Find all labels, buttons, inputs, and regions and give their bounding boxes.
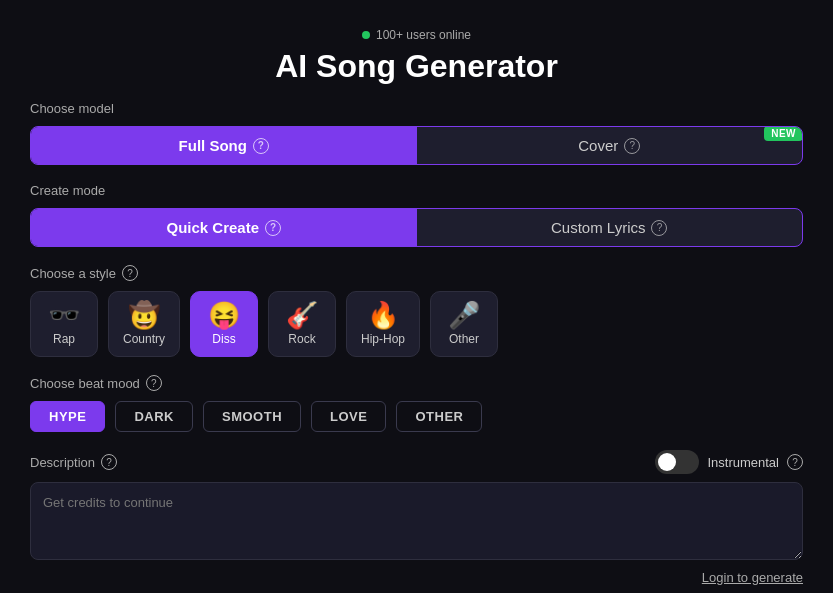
other-emoji: 🎤 [448,302,480,328]
quick-create-help-icon: ? [265,220,281,236]
country-label: Country [123,332,165,346]
instrumental-toggle[interactable] [655,450,699,474]
hip-hop-emoji: 🔥 [367,302,399,328]
beat-section: Choose beat mood ? HYPE DARK SMOOTH LOVE… [30,375,803,432]
rock-emoji: 🎸 [286,302,318,328]
quick-create-label: Quick Create [166,219,259,236]
description-help-icon: ? [101,454,117,470]
custom-lyrics-label: Custom Lyrics [551,219,645,236]
style-grid: 🕶️ Rap 🤠 Country 😝 Diss 🎸 Rock 🔥 Hip-Hop… [30,291,803,357]
hip-hop-label: Hip-Hop [361,332,405,346]
model-section: Choose model Full Song ? Cover ? NEW [30,101,803,165]
description-textarea[interactable] [30,482,803,560]
beat-dark[interactable]: DARK [115,401,193,432]
style-hip-hop[interactable]: 🔥 Hip-Hop [346,291,420,357]
beat-hype[interactable]: HYPE [30,401,105,432]
instrumental-label: Instrumental [707,455,779,470]
new-badge: NEW [764,126,803,141]
country-emoji: 🤠 [128,302,160,328]
style-country[interactable]: 🤠 Country [108,291,180,357]
rap-label: Rap [53,332,75,346]
style-other[interactable]: 🎤 Other [430,291,498,357]
diss-emoji: 😝 [208,302,240,328]
create-mode-toggle-group: Quick Create ? Custom Lyrics ? [30,208,803,247]
full-song-help-icon: ? [253,138,269,154]
create-mode-section: Create mode Quick Create ? Custom Lyrics… [30,183,803,247]
model-label: Choose model [30,101,114,116]
instrumental-help-icon: ? [787,454,803,470]
style-help-icon: ? [122,265,138,281]
page-title: AI Song Generator [275,48,558,85]
online-indicator: 100+ users online [362,28,471,42]
style-label: Choose a style [30,266,116,281]
header: 100+ users online AI Song Generator [30,28,803,85]
beat-help-icon: ? [146,375,162,391]
description-label-group: Description ? [30,454,117,470]
full-song-label: Full Song [179,137,247,154]
beat-group: HYPE DARK SMOOTH LOVE OTHER [30,401,803,432]
beat-label: Choose beat mood [30,376,140,391]
rap-emoji: 🕶️ [48,302,80,328]
cover-button[interactable]: Cover ? NEW [417,127,803,164]
diss-label: Diss [212,332,235,346]
quick-create-button[interactable]: Quick Create ? [31,209,417,246]
rock-label: Rock [288,332,315,346]
online-text: 100+ users online [376,28,471,42]
custom-lyrics-button[interactable]: Custom Lyrics ? [417,209,803,246]
style-diss[interactable]: 😝 Diss [190,291,258,357]
custom-lyrics-help-icon: ? [651,220,667,236]
toggle-knob [658,453,676,471]
style-rock[interactable]: 🎸 Rock [268,291,336,357]
description-section: Description ? Instrumental ? Login to ge… [30,450,803,585]
generate-row: Login to generate [30,570,803,585]
page-container: 100+ users online AI Song Generator Choo… [0,0,833,593]
beat-other[interactable]: OTHER [396,401,482,432]
instrumental-group: Instrumental ? [655,450,803,474]
style-section: Choose a style ? 🕶️ Rap 🤠 Country 😝 Diss… [30,265,803,357]
description-header: Description ? Instrumental ? [30,450,803,474]
online-dot [362,31,370,39]
model-toggle-group: Full Song ? Cover ? NEW [30,126,803,165]
full-song-button[interactable]: Full Song ? [31,127,417,164]
login-to-generate[interactable]: Login to generate [702,570,803,585]
description-label: Description [30,455,95,470]
beat-smooth[interactable]: SMOOTH [203,401,301,432]
cover-help-icon: ? [624,138,640,154]
beat-love[interactable]: LOVE [311,401,386,432]
create-mode-label: Create mode [30,183,105,198]
other-label: Other [449,332,479,346]
style-rap[interactable]: 🕶️ Rap [30,291,98,357]
cover-label: Cover [578,137,618,154]
